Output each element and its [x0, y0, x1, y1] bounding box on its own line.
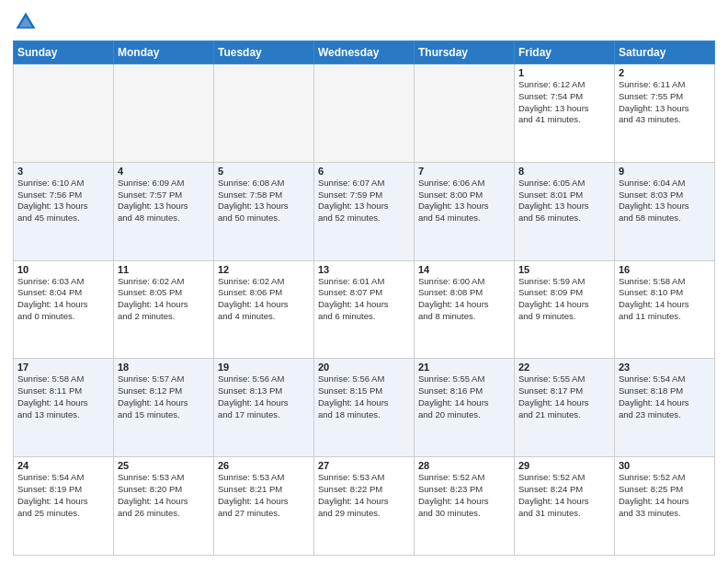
day-info: Sunrise: 5:52 AM Sunset: 8:23 PM Dayligh… — [418, 472, 510, 519]
calendar-week-row: 1Sunrise: 6:12 AM Sunset: 7:54 PM Daylig… — [14, 64, 715, 163]
calendar-cell: 22Sunrise: 5:55 AM Sunset: 8:17 PM Dayli… — [515, 359, 615, 457]
day-number: 1 — [518, 67, 610, 78]
calendar-cell: 11Sunrise: 6:02 AM Sunset: 8:05 PM Dayli… — [114, 260, 214, 359]
day-info: Sunrise: 5:56 AM Sunset: 8:13 PM Dayligh… — [218, 373, 310, 420]
day-number: 8 — [518, 166, 610, 177]
day-info: Sunrise: 6:09 AM Sunset: 7:57 PM Dayligh… — [118, 178, 210, 224]
day-number: 24 — [17, 460, 109, 471]
day-info: Sunrise: 6:01 AM Sunset: 8:07 PM Dayligh… — [318, 276, 410, 323]
day-info: Sunrise: 6:07 AM Sunset: 7:59 PM Dayligh… — [318, 178, 410, 224]
day-number: 30 — [619, 460, 711, 471]
logo-icon — [13, 9, 39, 35]
day-number: 28 — [418, 460, 510, 471]
day-info: Sunrise: 5:53 AM Sunset: 8:20 PM Dayligh… — [118, 472, 210, 519]
day-number: 3 — [17, 166, 109, 177]
calendar-week-row: 17Sunrise: 5:58 AM Sunset: 8:11 PM Dayli… — [14, 359, 715, 457]
calendar-cell: 14Sunrise: 6:00 AM Sunset: 8:08 PM Dayli… — [415, 260, 515, 359]
day-number: 4 — [118, 166, 210, 177]
calendar-cell: 16Sunrise: 5:58 AM Sunset: 8:10 PM Dayli… — [615, 260, 715, 359]
day-info: Sunrise: 5:54 AM Sunset: 8:19 PM Dayligh… — [17, 472, 109, 519]
calendar-cell: 30Sunrise: 5:52 AM Sunset: 8:25 PM Dayli… — [615, 457, 715, 556]
day-number: 13 — [318, 264, 410, 275]
day-info: Sunrise: 5:59 AM Sunset: 8:09 PM Dayligh… — [518, 276, 610, 323]
day-number: 9 — [619, 166, 711, 177]
calendar-table: SundayMondayTuesdayWednesdayThursdayFrid… — [13, 40, 715, 556]
calendar-week-row: 24Sunrise: 5:54 AM Sunset: 8:19 PM Dayli… — [14, 457, 715, 556]
calendar-cell: 13Sunrise: 6:01 AM Sunset: 8:07 PM Dayli… — [314, 260, 415, 359]
day-number: 2 — [619, 67, 711, 78]
day-info: Sunrise: 5:53 AM Sunset: 8:22 PM Dayligh… — [318, 472, 410, 519]
logo — [13, 9, 40, 35]
day-number: 12 — [218, 264, 310, 275]
day-info: Sunrise: 5:56 AM Sunset: 8:15 PM Dayligh… — [318, 373, 410, 420]
day-number: 10 — [17, 264, 109, 275]
weekday-header-wednesday: Wednesday — [314, 41, 415, 64]
calendar-cell: 1Sunrise: 6:12 AM Sunset: 7:54 PM Daylig… — [515, 64, 615, 163]
day-number: 19 — [218, 362, 310, 373]
weekday-header-thursday: Thursday — [415, 41, 515, 64]
calendar-cell — [314, 64, 415, 163]
calendar-cell: 18Sunrise: 5:57 AM Sunset: 8:12 PM Dayli… — [114, 359, 214, 457]
calendar-cell: 6Sunrise: 6:07 AM Sunset: 7:59 PM Daylig… — [314, 162, 415, 260]
calendar-cell: 4Sunrise: 6:09 AM Sunset: 7:57 PM Daylig… — [114, 162, 214, 260]
day-info: Sunrise: 6:00 AM Sunset: 8:08 PM Dayligh… — [418, 276, 510, 323]
day-info: Sunrise: 5:52 AM Sunset: 8:25 PM Dayligh… — [619, 472, 711, 519]
day-number: 27 — [318, 460, 410, 471]
day-number: 14 — [418, 264, 510, 275]
day-number: 23 — [619, 362, 711, 373]
calendar-cell: 21Sunrise: 5:55 AM Sunset: 8:16 PM Dayli… — [415, 359, 515, 457]
day-number: 18 — [118, 362, 210, 373]
day-info: Sunrise: 6:05 AM Sunset: 8:01 PM Dayligh… — [518, 178, 610, 224]
calendar-cell: 29Sunrise: 5:52 AM Sunset: 8:24 PM Dayli… — [515, 457, 615, 556]
calendar-cell: 9Sunrise: 6:04 AM Sunset: 8:03 PM Daylig… — [615, 162, 715, 260]
day-number: 29 — [518, 460, 610, 471]
day-number: 20 — [318, 362, 410, 373]
calendar-cell — [214, 64, 314, 163]
day-info: Sunrise: 5:54 AM Sunset: 8:18 PM Dayligh… — [619, 373, 711, 420]
calendar-cell: 15Sunrise: 5:59 AM Sunset: 8:09 PM Dayli… — [515, 260, 615, 359]
weekday-header-sunday: Sunday — [14, 41, 114, 64]
header — [13, 9, 715, 35]
day-number: 7 — [418, 166, 510, 177]
day-info: Sunrise: 6:10 AM Sunset: 7:56 PM Dayligh… — [17, 178, 109, 224]
calendar-cell: 26Sunrise: 5:53 AM Sunset: 8:21 PM Dayli… — [214, 457, 314, 556]
day-number: 15 — [518, 264, 610, 275]
calendar-cell: 10Sunrise: 6:03 AM Sunset: 8:04 PM Dayli… — [14, 260, 114, 359]
calendar-cell — [114, 64, 214, 163]
calendar-cell: 24Sunrise: 5:54 AM Sunset: 8:19 PM Dayli… — [14, 457, 114, 556]
weekday-header-saturday: Saturday — [615, 41, 715, 64]
day-info: Sunrise: 5:57 AM Sunset: 8:12 PM Dayligh… — [118, 373, 210, 420]
day-info: Sunrise: 6:04 AM Sunset: 8:03 PM Dayligh… — [619, 178, 711, 224]
calendar-cell: 2Sunrise: 6:11 AM Sunset: 7:55 PM Daylig… — [615, 64, 715, 163]
calendar-week-row: 10Sunrise: 6:03 AM Sunset: 8:04 PM Dayli… — [14, 260, 715, 359]
day-info: Sunrise: 5:53 AM Sunset: 8:21 PM Dayligh… — [218, 472, 310, 519]
day-number: 26 — [218, 460, 310, 471]
day-info: Sunrise: 6:08 AM Sunset: 7:58 PM Dayligh… — [218, 178, 310, 224]
weekday-header-tuesday: Tuesday — [214, 41, 314, 64]
weekday-header-friday: Friday — [515, 41, 615, 64]
day-number: 17 — [17, 362, 109, 373]
day-info: Sunrise: 5:58 AM Sunset: 8:10 PM Dayligh… — [619, 276, 711, 323]
calendar-cell — [415, 64, 515, 163]
day-info: Sunrise: 6:02 AM Sunset: 8:06 PM Dayligh… — [218, 276, 310, 323]
day-info: Sunrise: 5:52 AM Sunset: 8:24 PM Dayligh… — [518, 472, 610, 519]
calendar-cell: 7Sunrise: 6:06 AM Sunset: 8:00 PM Daylig… — [415, 162, 515, 260]
calendar-cell: 25Sunrise: 5:53 AM Sunset: 8:20 PM Dayli… — [114, 457, 214, 556]
day-number: 5 — [218, 166, 310, 177]
weekday-header-row: SundayMondayTuesdayWednesdayThursdayFrid… — [14, 41, 715, 64]
day-info: Sunrise: 6:02 AM Sunset: 8:05 PM Dayligh… — [118, 276, 210, 323]
calendar-cell: 23Sunrise: 5:54 AM Sunset: 8:18 PM Dayli… — [615, 359, 715, 457]
day-number: 16 — [619, 264, 711, 275]
calendar-cell — [14, 64, 114, 163]
day-number: 21 — [418, 362, 510, 373]
calendar-cell: 27Sunrise: 5:53 AM Sunset: 8:22 PM Dayli… — [314, 457, 415, 556]
day-info: Sunrise: 6:11 AM Sunset: 7:55 PM Dayligh… — [619, 79, 711, 126]
calendar-cell: 12Sunrise: 6:02 AM Sunset: 8:06 PM Dayli… — [214, 260, 314, 359]
page: SundayMondayTuesdayWednesdayThursdayFrid… — [0, 0, 728, 563]
calendar-cell: 5Sunrise: 6:08 AM Sunset: 7:58 PM Daylig… — [214, 162, 314, 260]
calendar-cell: 8Sunrise: 6:05 AM Sunset: 8:01 PM Daylig… — [515, 162, 615, 260]
day-number: 11 — [118, 264, 210, 275]
day-number: 6 — [318, 166, 410, 177]
day-info: Sunrise: 5:58 AM Sunset: 8:11 PM Dayligh… — [17, 373, 109, 420]
calendar-cell: 3Sunrise: 6:10 AM Sunset: 7:56 PM Daylig… — [14, 162, 114, 260]
